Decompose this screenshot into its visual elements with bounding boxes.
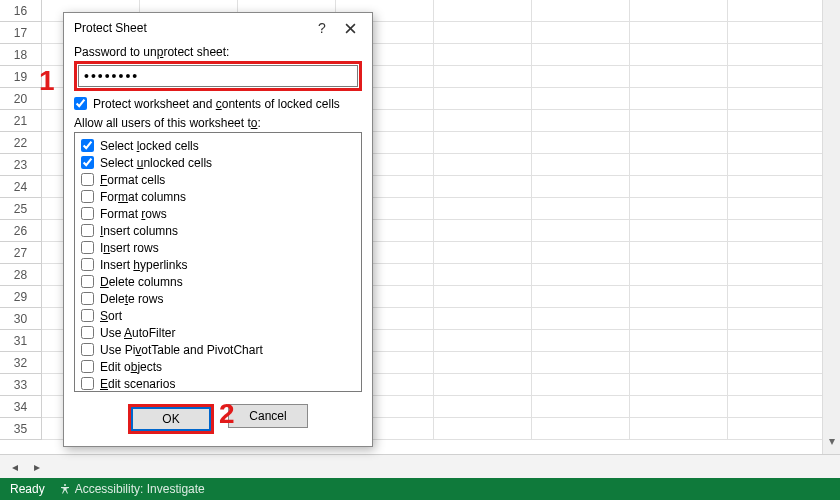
cell[interactable]: [434, 0, 532, 22]
cell[interactable]: [434, 352, 532, 374]
cell[interactable]: [532, 198, 630, 220]
cell[interactable]: [728, 264, 826, 286]
dialog-titlebar[interactable]: Protect Sheet ?: [64, 13, 372, 43]
cell[interactable]: [728, 88, 826, 110]
permission-item[interactable]: Delete rows: [81, 290, 355, 307]
permission-item[interactable]: Delete columns: [81, 273, 355, 290]
cell[interactable]: [434, 418, 532, 440]
cell[interactable]: [532, 220, 630, 242]
permission-item[interactable]: Select locked cells: [81, 137, 355, 154]
accessibility-status[interactable]: Accessibility: Investigate: [59, 482, 205, 496]
permissions-list[interactable]: Select locked cellsSelect unlocked cells…: [74, 132, 362, 392]
cell[interactable]: [728, 374, 826, 396]
row-header[interactable]: 21: [0, 110, 42, 132]
row-header[interactable]: 19: [0, 66, 42, 88]
row-header[interactable]: 35: [0, 418, 42, 440]
cell[interactable]: [728, 352, 826, 374]
cell[interactable]: [434, 22, 532, 44]
cell[interactable]: [532, 110, 630, 132]
vertical-scrollbar[interactable]: ▾: [822, 0, 840, 454]
permission-checkbox[interactable]: [81, 360, 94, 373]
cell[interactable]: [728, 0, 826, 22]
cell[interactable]: [434, 66, 532, 88]
permission-item[interactable]: Insert columns: [81, 222, 355, 239]
row-header[interactable]: 28: [0, 264, 42, 286]
cell[interactable]: [630, 374, 728, 396]
cell[interactable]: [434, 110, 532, 132]
cell[interactable]: [630, 154, 728, 176]
permission-item[interactable]: Use PivotTable and PivotChart: [81, 341, 355, 358]
permission-checkbox[interactable]: [81, 224, 94, 237]
cell[interactable]: [630, 308, 728, 330]
cell[interactable]: [630, 176, 728, 198]
cell[interactable]: [728, 132, 826, 154]
row-header[interactable]: 31: [0, 330, 42, 352]
permission-item[interactable]: Sort: [81, 307, 355, 324]
cell[interactable]: [532, 286, 630, 308]
cell[interactable]: [630, 132, 728, 154]
cell[interactable]: [728, 198, 826, 220]
permission-checkbox[interactable]: [81, 309, 94, 322]
cell[interactable]: [728, 176, 826, 198]
permission-checkbox[interactable]: [81, 377, 94, 390]
cell[interactable]: [728, 22, 826, 44]
permission-checkbox[interactable]: [81, 258, 94, 271]
protect-contents-checkbox[interactable]: Protect worksheet and contents of locked…: [74, 95, 362, 112]
cell[interactable]: [728, 242, 826, 264]
cell[interactable]: [434, 308, 532, 330]
permission-item[interactable]: Format columns: [81, 188, 355, 205]
row-header[interactable]: 34: [0, 396, 42, 418]
close-button[interactable]: [336, 16, 364, 40]
row-header[interactable]: 20: [0, 88, 42, 110]
cell[interactable]: [728, 308, 826, 330]
cell[interactable]: [728, 220, 826, 242]
cell[interactable]: [434, 154, 532, 176]
permission-checkbox[interactable]: [81, 190, 94, 203]
cell[interactable]: [532, 154, 630, 176]
permission-checkbox[interactable]: [81, 207, 94, 220]
help-button[interactable]: ?: [308, 16, 336, 40]
row-header[interactable]: 25: [0, 198, 42, 220]
cell[interactable]: [434, 242, 532, 264]
row-header[interactable]: 26: [0, 220, 42, 242]
cell[interactable]: [434, 88, 532, 110]
cell[interactable]: [532, 330, 630, 352]
permission-item[interactable]: Format rows: [81, 205, 355, 222]
scroll-down-icon[interactable]: ▾: [823, 432, 840, 450]
cell[interactable]: [532, 132, 630, 154]
cell[interactable]: [630, 66, 728, 88]
cell[interactable]: [532, 0, 630, 22]
protect-contents-input[interactable]: [74, 97, 87, 110]
cell[interactable]: [728, 154, 826, 176]
cell[interactable]: [728, 110, 826, 132]
cell[interactable]: [532, 88, 630, 110]
cell[interactable]: [728, 330, 826, 352]
cell[interactable]: [728, 396, 826, 418]
permission-item[interactable]: Use AutoFilter: [81, 324, 355, 341]
cell[interactable]: [630, 418, 728, 440]
cell[interactable]: [630, 22, 728, 44]
row-header[interactable]: 22: [0, 132, 42, 154]
cell[interactable]: [630, 396, 728, 418]
permission-checkbox[interactable]: [81, 139, 94, 152]
permission-checkbox[interactable]: [81, 292, 94, 305]
row-header[interactable]: 29: [0, 286, 42, 308]
prev-sheet-icon[interactable]: ◂: [8, 460, 22, 474]
cell[interactable]: [630, 264, 728, 286]
cell[interactable]: [728, 44, 826, 66]
permission-checkbox[interactable]: [81, 343, 94, 356]
row-header[interactable]: 33: [0, 374, 42, 396]
cell[interactable]: [434, 44, 532, 66]
cell[interactable]: [630, 110, 728, 132]
cell[interactable]: [728, 66, 826, 88]
row-header[interactable]: 30: [0, 308, 42, 330]
cell[interactable]: [532, 264, 630, 286]
permission-item[interactable]: Insert hyperlinks: [81, 256, 355, 273]
cell[interactable]: [532, 396, 630, 418]
cell[interactable]: [434, 264, 532, 286]
row-header[interactable]: 16: [0, 0, 42, 22]
cell[interactable]: [434, 176, 532, 198]
permission-checkbox[interactable]: [81, 173, 94, 186]
cell[interactable]: [630, 242, 728, 264]
row-header[interactable]: 23: [0, 154, 42, 176]
